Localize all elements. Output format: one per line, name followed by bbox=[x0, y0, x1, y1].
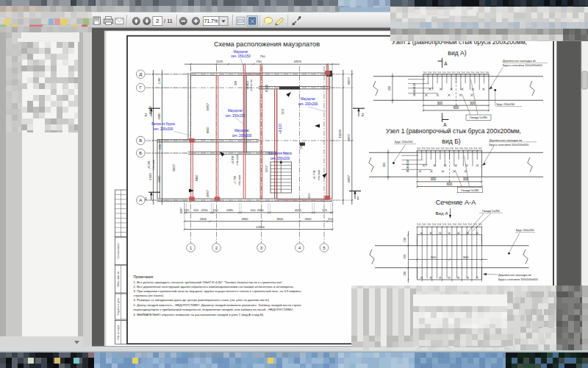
svg-text:4980: 4980 bbox=[157, 113, 161, 120]
svg-text:Взам. инв. №: Взам. инв. № bbox=[117, 271, 120, 286]
svg-text:71.7%: 71.7% bbox=[204, 18, 218, 24]
svg-text:сеч. 200х200: сеч. 200х200 bbox=[154, 127, 173, 131]
svg-text:4300: 4300 bbox=[206, 127, 209, 133]
svg-text:4025: 4025 bbox=[295, 208, 302, 212]
svg-text:Бруса сечением 100х200х600: Бруса сечением 100х200х600 bbox=[490, 143, 529, 146]
svg-text:Деревянная накладка из: Деревянная накладка из bbox=[490, 138, 523, 142]
svg-text:отм.назв: отм.назв bbox=[152, 160, 155, 171]
svg-text:Брус 200х200: Брус 200х200 bbox=[516, 228, 534, 232]
svg-text:Гвозди 5х280: Гвозди 5х280 bbox=[462, 188, 480, 192]
svg-text:отм.назв: отм.назв bbox=[236, 155, 239, 166]
svg-text:Узел 1 (равнопрочный стык брус: Узел 1 (равнопрочный стык бруса 200х200м… bbox=[386, 127, 521, 135]
svg-text:Балка из бруса: Балка из бруса bbox=[151, 122, 175, 126]
svg-text:+8.415: +8.415 bbox=[245, 81, 249, 90]
svg-text:6280*: 6280* bbox=[206, 102, 209, 110]
svg-text:Мауэрлат: Мауэрлат bbox=[301, 97, 315, 101]
svg-text:2. Все деревянные конструкции: 2. Все деревянные конструкции здания обр… bbox=[134, 285, 294, 289]
svg-text:3. При опирании стропильной но: 3. При опирании стропильной ноги на мауэ… bbox=[134, 289, 301, 293]
svg-text:сеч. 200х200: сеч. 200х200 bbox=[232, 134, 252, 138]
svg-text:Гвозди 5х280: Гвозди 5х280 bbox=[470, 116, 488, 119]
svg-text:Инв. № подл.: Инв. № подл. bbox=[117, 325, 120, 339]
svg-text:Вид А: Вид А bbox=[435, 210, 448, 216]
svg-text:150: 150 bbox=[251, 208, 257, 212]
svg-text:Согласовано: Согласовано bbox=[117, 243, 120, 259]
svg-text:Деревянная накладка из: Деревянная накладка из bbox=[503, 59, 536, 63]
svg-text:12600: 12600 bbox=[256, 225, 265, 229]
svg-text:Подпись и дата: Подпись и дата bbox=[117, 298, 120, 315]
svg-text:300: 300 bbox=[463, 255, 469, 259]
svg-text:4400*: 4400* bbox=[347, 133, 351, 141]
svg-text:вид А): вид А) bbox=[448, 49, 466, 57]
svg-text:1513: 1513 bbox=[282, 109, 284, 115]
svg-text:2: 2 bbox=[156, 18, 159, 24]
svg-text:50,50,50,50: 50,50,50,50 bbox=[407, 160, 410, 172]
svg-text:2: 2 bbox=[215, 245, 218, 250]
svg-text:300: 300 bbox=[431, 255, 437, 259]
svg-text:А: А bbox=[444, 61, 448, 66]
svg-text:+9.100: +9.100 bbox=[279, 124, 282, 134]
svg-text:сеч. 150х150: сеч. 150х150 bbox=[226, 114, 245, 118]
svg-text:6400: 6400 bbox=[195, 174, 198, 181]
svg-text:50,50,50,50: 50,50,50,50 bbox=[413, 83, 416, 96]
svg-text:Мауэрлат: Мауэрлат bbox=[233, 50, 248, 54]
svg-text:125: 125 bbox=[322, 208, 328, 212]
svg-text:6. ВНИМАТЕЛЬНО обратить вниман: 6. ВНИМАТЕЛЬНО обратить внимание на расп… bbox=[134, 313, 265, 316]
svg-text:Б: Б bbox=[139, 150, 142, 155]
svg-text:2600: 2600 bbox=[304, 217, 312, 221]
svg-text:5231*: 5231* bbox=[265, 164, 268, 172]
svg-text:Гвозди 5х280: Гвозди 5х280 bbox=[482, 209, 501, 213]
svg-text:Примечания:: Примечания: bbox=[134, 275, 154, 279]
svg-text:4900: 4900 bbox=[241, 217, 248, 221]
svg-text:Брус 200х200: Брус 200х200 bbox=[497, 102, 515, 106]
svg-text:сеч. 150х200: сеч. 150х200 bbox=[270, 157, 290, 160]
svg-text:отм.м.лаг: отм.м.лаг bbox=[250, 79, 253, 91]
svg-text:300: 300 bbox=[470, 102, 476, 105]
svg-text:3600: 3600 bbox=[276, 217, 284, 221]
svg-text:вид Б): вид Б) bbox=[442, 138, 460, 145]
svg-text:перпендикулярно к прибиваемой: перпендикулярно к прибиваемой поверхност… bbox=[134, 308, 294, 311]
svg-text:410: 410 bbox=[308, 194, 311, 198]
svg-text:3: 3 bbox=[260, 245, 263, 250]
svg-text:750: 750 bbox=[256, 60, 262, 63]
svg-text:1180: 1180 bbox=[157, 77, 161, 84]
svg-text:Сечение А-А: Сечение А-А bbox=[436, 199, 476, 206]
svg-text:5. Длину гвоздей изменять - НЕ: 5. Длину гвоздей изменять - НЕДОПУСТИМО.… bbox=[134, 303, 302, 307]
svg-text:200: 200 bbox=[383, 162, 387, 167]
svg-text:2495: 2495 bbox=[226, 208, 234, 212]
svg-text:2250: 2250 bbox=[201, 208, 208, 212]
svg-text:4480*: 4480* bbox=[347, 174, 351, 183]
svg-text:4900: 4900 bbox=[148, 173, 152, 180]
svg-text:150: 150 bbox=[193, 208, 199, 212]
svg-text:1. Все работы проводить соглас: 1. Все работы проводить согласно требова… bbox=[134, 280, 284, 284]
svg-text:750: 750 bbox=[260, 54, 266, 58]
svg-text:800*: 800* bbox=[180, 208, 183, 213]
svg-text:50,50,50,50,50,50,50,50,50,50,: 50,50,50,50,50,50,50,50,50,50,50,50,50 bbox=[417, 223, 482, 226]
svg-text:Схема расположения мауэрлатов: Схема расположения мауэрлатов bbox=[214, 40, 320, 48]
svg-text:+6.061: +6.061 bbox=[147, 160, 151, 169]
svg-text:125: 125 bbox=[184, 208, 190, 212]
svg-text:600: 600 bbox=[447, 183, 453, 186]
svg-text:150: 150 bbox=[213, 208, 219, 212]
svg-text:Деревянная накладка из: Деревянная накладка из bbox=[498, 273, 531, 277]
svg-text:6400: 6400 bbox=[157, 175, 161, 183]
svg-text:1125: 1125 bbox=[216, 60, 223, 63]
svg-text:600: 600 bbox=[453, 106, 459, 110]
svg-text:4: 4 bbox=[298, 245, 301, 250]
svg-text:4460*: 4460* bbox=[347, 77, 351, 85]
svg-text:100: 100 bbox=[404, 238, 406, 242]
svg-text:сеч. 200х200: сеч. 200х200 bbox=[298, 102, 318, 106]
svg-text:208: 208 bbox=[234, 81, 237, 86]
svg-text:Бруса сечением 100х200х600: Бруса сечением 100х200х600 bbox=[498, 277, 538, 281]
svg-text:200: 200 bbox=[404, 255, 406, 259]
svg-text:Бруса сечением 100х200х600: Бруса сечением 100х200х600 bbox=[503, 63, 542, 67]
svg-text:13200: 13200 bbox=[338, 130, 342, 138]
svg-text:+7.799: +7.799 bbox=[233, 176, 237, 185]
svg-text:1: 1 bbox=[190, 245, 193, 250]
svg-text:А: А bbox=[443, 122, 447, 127]
svg-text:Мауэрлат: Мауэрлат bbox=[228, 109, 243, 113]
svg-text:стропилы (не более): стропилы (не более) bbox=[134, 294, 164, 297]
svg-text:В: В bbox=[139, 138, 142, 143]
svg-text:+6.938: +6.938 bbox=[231, 155, 234, 164]
svg-text:50,50,50,50,50,50,50,50,50,50,: 50,50,50,50,50,50,50,50,50,50,50,50,50,5… bbox=[417, 147, 482, 150]
svg-text:4. Размеры со звёздочками даны: 4. Размеры со звёздочками даны до центра… bbox=[134, 298, 270, 302]
